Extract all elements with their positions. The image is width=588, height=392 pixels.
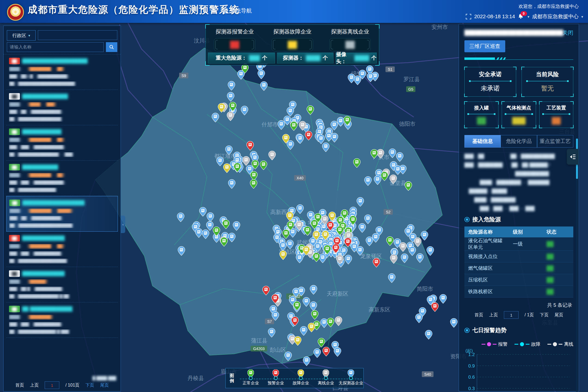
notification-badge: 0 [520, 11, 527, 16]
company-card[interactable]: █████████████████████████：【████████ － ██… [6, 196, 118, 232]
hazard-table-pagination: 首页 上页 / 1页 下页 尾页 [464, 311, 573, 319]
tab-重点监管工艺[interactable]: 重点监管工艺 [537, 135, 573, 148]
left-panel-collapse-handle[interactable]: ‹ [121, 216, 125, 233]
district-select[interactable]: 行政区 ▾ [7, 30, 36, 41]
company-card[interactable]: ██████████████████：【████████ － ██】███：██… [6, 125, 118, 161]
company-name: █████████████ [22, 235, 65, 241]
company-card[interactable]: ██████████████████████████：【████████ － █… [6, 54, 118, 90]
table-row[interactable]: 液化石油气储罐区单元一级██ [464, 237, 573, 251]
district-value-input[interactable] [38, 30, 117, 40]
company-list: ██████████████████████████：【████████ － █… [4, 54, 121, 374]
company-address-row: ██：████████████████ [9, 117, 115, 122]
trend-legend-item[interactable]: 报警 [482, 341, 507, 347]
hazard-status: ██ [543, 274, 573, 286]
tab-基础信息[interactable]: 基础信息 [464, 135, 501, 148]
company-contact-row: ███：██名█ （███████████） [9, 74, 115, 79]
detector-stat-column: 探测器报警企业██ [206, 25, 264, 52]
company-name: ██████████████ [22, 94, 68, 99]
legend-ring [274, 376, 278, 380]
legend-label: 预警企业 [268, 381, 284, 386]
pager-last[interactable]: 尾页 [555, 312, 563, 318]
hazard-name: 视频接入点位 [464, 251, 509, 262]
legend-title: 图例 [226, 368, 238, 388]
notification-bell-icon[interactable]: 0 [518, 13, 525, 20]
table-row[interactable]: 压缩机区██ [464, 274, 573, 286]
logo-glyph: ✶ [13, 9, 18, 16]
map-label: 龙泉驿区 [360, 253, 382, 259]
trend-section-title: 七日报警趋势 [472, 326, 507, 334]
company-address-row: ██：████████████████████ [9, 223, 115, 228]
app-logo-icon: ✶ [7, 4, 24, 21]
page-input[interactable] [504, 311, 519, 319]
company-card-head: ██████████████████████ [9, 58, 115, 64]
company-type-row: ████：【████████ － ██】 [9, 67, 115, 72]
chevron-down-icon[interactable]: ▾ [581, 15, 583, 19]
chevron-down-icon[interactable]: ▾ [528, 15, 529, 19]
company-card[interactable]: █████████████████：【████████ － ██】███：███… [6, 161, 118, 196]
company-card[interactable]: ███████████████████：【██████】███：██ █ （██… [6, 267, 118, 302]
facility-stat-box: 气体检测点███ [502, 102, 536, 128]
counter-value: ████ [306, 55, 320, 61]
pager-next[interactable]: 下页 [540, 312, 549, 318]
detector-stat-column: 探测器故障企业██ [264, 25, 321, 52]
trend-legend-item[interactable]: 故障 [514, 341, 540, 347]
map-label: 高新东区 [369, 307, 390, 313]
company-card-head: ████████████████ [9, 93, 115, 100]
company-detail-fields: ███：██ ██：██████████████：████████ ██：██ … [464, 152, 573, 213]
hazard-name: 燃气储罐区 [464, 262, 509, 274]
pager-next[interactable]: 下页 [85, 382, 94, 388]
company-name: ██ █████████████ [22, 306, 72, 312]
pager-last[interactable]: 尾页 [100, 382, 109, 388]
road-badge: X40 [294, 175, 306, 181]
trend-legend-item[interactable]: 离线 [547, 341, 573, 347]
map-label: 德阳市 [399, 121, 415, 127]
table-row[interactable]: 燃气储罐区██ [464, 262, 573, 274]
map-label: 天府新区 [327, 291, 348, 297]
company-card[interactable]: ████████████████████：【████ － ███】███：██ … [6, 90, 118, 125]
legend-item: 无探测器企业 [338, 368, 363, 388]
pager-prev[interactable]: 上页 [30, 382, 39, 388]
left-panel: 行政区 ▾ ██████████████████████████：【██████… [3, 26, 121, 391]
pager-prev[interactable]: 上页 [489, 312, 498, 318]
company-detail-panel: ███████████████████████████ 关闭 三维厂区巡查 安全… [459, 24, 579, 391]
hazard-status: ██ [543, 262, 573, 274]
company-card[interactable]: ████ █████████████████：【████████】███：███… [6, 302, 118, 338]
company-card[interactable]: ███████████████████：【████████ － ██】███：█… [6, 232, 118, 267]
counter-label: 重大危险源： [216, 54, 247, 62]
svg-text:S9: S9 [181, 74, 186, 78]
facility-stat-value: ███ [503, 117, 534, 124]
fullscreen-icon[interactable] [465, 14, 471, 20]
tab-危险化学品[interactable]: 危险化学品 [501, 135, 537, 148]
user-name[interactable]: 成都市应急救援中心 [532, 13, 578, 20]
table-row[interactable]: 铁路栈桥区██ [464, 286, 573, 298]
road-badge: G4203 [251, 346, 267, 351]
table-row[interactable]: 视频接入点位██ [464, 251, 573, 262]
detector-stat-value: ██ [345, 41, 355, 48]
facility-stat-value: ██ [466, 117, 497, 124]
pager-first[interactable]: 首页 [15, 382, 24, 388]
close-button[interactable]: 关闭 [562, 29, 573, 36]
detail-line: ███：██ ██：███████████ [464, 152, 573, 161]
counter-label: 探测器： [283, 54, 304, 62]
svg-text:S7: S7 [267, 319, 272, 324]
company-contact-row: ███：███ （███████████） [9, 180, 115, 185]
district-select-label: 行政区 [12, 32, 26, 39]
panel-collapse-button[interactable] [567, 149, 579, 165]
search-input[interactable] [7, 42, 104, 52]
decoration-line [464, 57, 573, 60]
search-icon [109, 45, 114, 50]
company-contact-row: ███：███ （██████████） [9, 322, 115, 327]
system-nav-button[interactable]: 系统导航 [223, 7, 252, 14]
page-input[interactable] [45, 381, 59, 389]
pager-first[interactable]: 首页 [474, 312, 483, 318]
status-badge: ██ [9, 270, 20, 277]
search-button[interactable] [106, 42, 117, 52]
3d-patrol-button[interactable]: 三维厂区巡查 [464, 40, 505, 52]
company-name: ███████████████████ [22, 200, 85, 206]
detector-stat-title: 探测器报警企业 [206, 28, 264, 35]
hazard-section-title: 接入危险源 [472, 216, 501, 223]
current-risk-label: 当前风险 [525, 71, 570, 78]
company-card-head: █████████████████████ [9, 200, 115, 206]
section-radio-icon [464, 328, 470, 333]
svg-text:0.3: 0.3 [468, 386, 475, 391]
